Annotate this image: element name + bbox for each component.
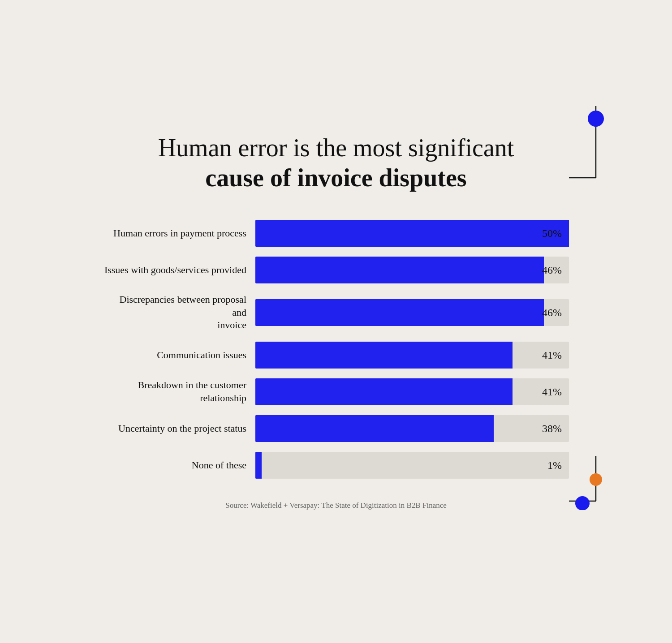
chart-row: Breakdown in the customer relationship41… <box>103 378 569 405</box>
bar-track: 41% <box>255 378 569 405</box>
bar-fill <box>255 257 544 283</box>
chart-title: Human error is the most significant caus… <box>103 133 569 193</box>
bar-percent-label: 50% <box>542 227 562 240</box>
bar-track: 46% <box>255 257 569 283</box>
bar-fill <box>255 378 513 405</box>
bar-label: Breakdown in the customer relationship <box>103 379 246 404</box>
bar-percent-label: 46% <box>542 307 562 319</box>
bar-fill <box>255 452 262 479</box>
svg-point-6 <box>575 496 590 510</box>
chart-row: Uncertainty on the project status38% <box>103 415 569 442</box>
bar-percent-label: 46% <box>542 264 562 276</box>
bar-track: 50% <box>255 220 569 247</box>
bar-percent-label: 41% <box>542 349 562 361</box>
bar-fill <box>255 220 569 247</box>
bar-track: 46% <box>255 299 569 326</box>
svg-point-5 <box>590 473 602 486</box>
bar-track: 41% <box>255 342 569 369</box>
bar-percent-label: 1% <box>547 459 562 472</box>
svg-point-2 <box>588 111 604 127</box>
bar-label: None of these <box>103 459 246 472</box>
bar-label: Communication issues <box>103 349 246 362</box>
bar-label: Discrepancies between proposal andinvoic… <box>103 293 246 332</box>
bar-track: 1% <box>255 452 569 479</box>
bar-fill <box>255 415 494 442</box>
bar-label: Human errors in payment process <box>103 227 246 240</box>
chart-row: Discrepancies between proposal andinvoic… <box>103 293 569 332</box>
bar-percent-label: 38% <box>542 423 562 435</box>
bar-fill <box>255 342 513 369</box>
corner-top-right-decoration <box>569 106 605 187</box>
bar-label: Issues with goods/services provided <box>103 264 246 277</box>
chart-row: Human errors in payment process50% <box>103 220 569 247</box>
chart-row: None of these1% <box>103 452 569 479</box>
bar-percent-label: 41% <box>542 386 562 398</box>
chart-row: Issues with goods/services provided46% <box>103 257 569 283</box>
bar-chart: Human errors in payment process50%Issues… <box>103 220 569 479</box>
bar-track: 38% <box>255 415 569 442</box>
corner-bottom-right-decoration <box>569 456 605 510</box>
infographic-card: Human error is the most significant caus… <box>67 106 605 537</box>
source-attribution: Source: Wakefield + Versapay: The State … <box>103 501 569 510</box>
bar-fill <box>255 299 544 326</box>
chart-row: Communication issues41% <box>103 342 569 369</box>
bar-label: Uncertainty on the project status <box>103 422 246 435</box>
